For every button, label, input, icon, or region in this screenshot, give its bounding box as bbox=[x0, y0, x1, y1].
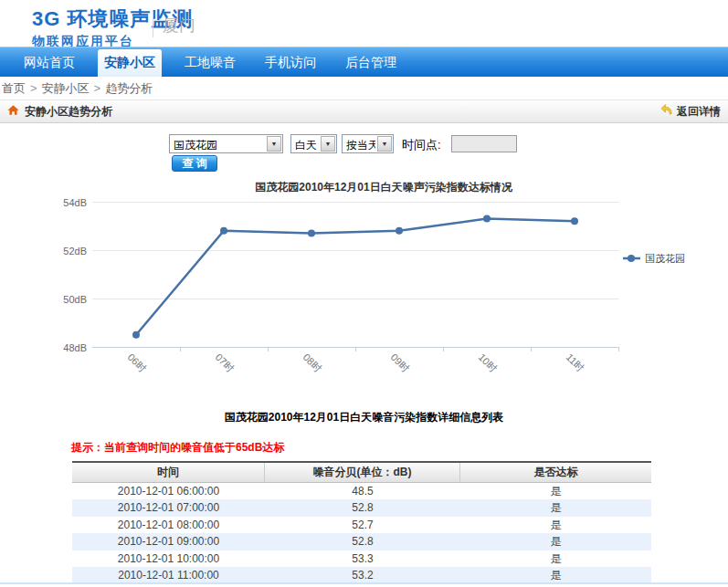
table-cell: 是 bbox=[460, 567, 651, 583]
y-axis-label: 52dB bbox=[63, 246, 87, 257]
noise-table: 时间噪音分贝(单位：dB)是否达标 2010-12-01 06:00:0048.… bbox=[72, 461, 651, 583]
table-row: 2010-12-01 08:00:0052.7是 bbox=[72, 517, 651, 533]
table-cell: 2010-12-01 11:00:00 bbox=[72, 567, 265, 583]
data-point bbox=[571, 217, 578, 225]
query-button[interactable]: 查 询 bbox=[172, 155, 217, 172]
table-cell: 2010-12-01 06:00:00 bbox=[72, 483, 265, 499]
nav-item-手机访问[interactable]: 手机访问 bbox=[250, 47, 331, 77]
community-select[interactable]: 国茂花园 ▼ bbox=[169, 134, 283, 153]
nav-item-label: 网站首页 bbox=[9, 47, 90, 77]
page: 3G 环境噪声监测 物联网应用平台 厦门 网站首页安静小区工地噪音手机访问后台管… bbox=[0, 0, 728, 587]
header: 3G 环境噪声监测 物联网应用平台 厦门 bbox=[0, 0, 728, 47]
breadcrumb-separator: > bbox=[90, 81, 106, 95]
table-cell: 是 bbox=[460, 499, 651, 516]
trend-chart: 国茂花园2010年12月01日白天噪声污染指数达标情况48dB50dB52dB5… bbox=[0, 178, 728, 404]
table-column-header: 噪音分贝(单位：dB) bbox=[265, 463, 460, 482]
y-axis-label: 48dB bbox=[63, 342, 87, 353]
series-line bbox=[136, 219, 575, 335]
time-point-label: 时间点: bbox=[402, 137, 441, 153]
table-row: 2010-12-01 11:00:0053.2是 bbox=[72, 567, 651, 583]
nav-item-label: 后台管理 bbox=[331, 47, 411, 77]
table-cell: 2010-12-01 10:00:00 bbox=[72, 550, 265, 567]
x-axis-label: 07时 bbox=[214, 351, 237, 374]
nav-item-label: 安静小区 bbox=[98, 49, 162, 77]
page-title: 安静小区趋势分析 bbox=[25, 104, 112, 120]
x-axis-label: 06时 bbox=[126, 351, 149, 374]
table-row: 2010-12-01 10:00:0053.3是 bbox=[72, 550, 651, 567]
table-column-header: 时间 bbox=[72, 463, 265, 482]
y-axis-label: 54dB bbox=[63, 197, 87, 208]
nav-item-网站首页[interactable]: 网站首页 bbox=[9, 47, 90, 77]
table-cell: 是 bbox=[460, 483, 651, 499]
nav-item-后台管理[interactable]: 后台管理 bbox=[331, 47, 411, 77]
city-label: 厦门 bbox=[163, 15, 195, 37]
chevron-down-icon: ▼ bbox=[377, 136, 392, 152]
breadcrumb: 首页>安静小区>趋势分析 bbox=[2, 77, 153, 100]
table-cell: 2010-12-01 07:00:00 bbox=[72, 499, 265, 516]
breadcrumb-item[interactable]: 首页 bbox=[2, 81, 26, 95]
x-axis-label: 10时 bbox=[477, 351, 500, 374]
table-body: 2010-12-01 06:00:0048.5是2010-12-01 07:00… bbox=[72, 483, 651, 583]
data-point bbox=[220, 227, 227, 235]
data-point bbox=[308, 229, 315, 236]
community-select-value: 国茂花园 bbox=[174, 138, 265, 153]
bottom-divider bbox=[0, 582, 728, 584]
table-cell: 52.8 bbox=[265, 533, 460, 550]
nav-item-label: 工地噪音 bbox=[170, 47, 250, 77]
section-bar: 安静小区趋势分析 返回详情 bbox=[0, 100, 728, 123]
table-column-header: 是否达标 bbox=[460, 463, 651, 482]
breadcrumb-item[interactable]: 安静小区 bbox=[42, 81, 90, 95]
chevron-down-icon: ▼ bbox=[321, 136, 335, 152]
home-icon bbox=[7, 103, 19, 120]
time-point-input[interactable] bbox=[451, 135, 517, 152]
breadcrumb-item[interactable]: 趋势分析 bbox=[105, 81, 153, 95]
table-cell: 48.5 bbox=[265, 483, 460, 499]
nav-item-工地噪音[interactable]: 工地噪音 bbox=[170, 47, 250, 77]
breadcrumb-separator: > bbox=[26, 81, 42, 95]
chevron-down-icon: ▼ bbox=[267, 136, 281, 152]
section-left: 安静小区趋势分析 bbox=[7, 100, 112, 122]
x-axis-label: 09时 bbox=[389, 351, 412, 374]
table-cell: 是 bbox=[460, 550, 651, 567]
daypart-select[interactable]: 白天 ▼ bbox=[290, 134, 337, 153]
table-title: 国茂花园2010年12月01日白天噪音污染指数详细信息列表 bbox=[0, 410, 728, 425]
table-cell: 52.8 bbox=[265, 499, 460, 516]
nav-item-label: 手机访问 bbox=[250, 47, 331, 77]
back-details-label: 返回详情 bbox=[677, 104, 721, 120]
table-row: 2010-12-01 06:00:0048.5是 bbox=[72, 483, 651, 499]
x-axis-label: 11时 bbox=[564, 351, 586, 373]
daypart-select-value: 白天 bbox=[295, 138, 319, 153]
table-header-row: 时间噪音分贝(单位：dB)是否达标 bbox=[72, 461, 651, 483]
x-axis-label: 08时 bbox=[301, 351, 324, 374]
data-point bbox=[132, 331, 140, 339]
legend-label[interactable]: 国茂花园 bbox=[645, 253, 685, 264]
navbar: 网站首页安静小区工地噪音手机访问后台管理 bbox=[0, 47, 728, 77]
table-cell: 2010-12-01 08:00:00 bbox=[72, 517, 265, 533]
table-cell: 53.2 bbox=[265, 567, 460, 583]
table-row: 2010-12-01 09:00:0052.8是 bbox=[72, 533, 651, 550]
logo-divider bbox=[153, 12, 153, 37]
table-hint: 提示：当前查询时间的噪音值低于65dB达标 bbox=[71, 440, 284, 456]
chart-title: 国茂花园2010年12月01日白天噪声污染指数达标情况 bbox=[255, 181, 512, 194]
table-cell: 52.7 bbox=[265, 517, 460, 533]
table-cell: 2010-12-01 09:00:00 bbox=[72, 533, 265, 550]
table-cell: 是 bbox=[460, 533, 651, 550]
granularity-select[interactable]: 按当天 ▼ bbox=[342, 134, 394, 153]
data-point bbox=[396, 227, 403, 235]
legend-marker-dot bbox=[628, 255, 635, 262]
table-row: 2010-12-01 07:00:0052.8是 bbox=[72, 499, 651, 516]
y-axis-label: 50dB bbox=[63, 294, 87, 305]
table-cell: 53.3 bbox=[265, 550, 460, 567]
granularity-select-value: 按当天 bbox=[346, 138, 375, 153]
table-cell: 是 bbox=[460, 517, 651, 533]
data-point bbox=[483, 215, 491, 223]
return-arrow-icon bbox=[660, 103, 673, 120]
back-details-link[interactable]: 返回详情 bbox=[660, 100, 721, 122]
nav-item-安静小区[interactable]: 安静小区 bbox=[90, 47, 170, 77]
